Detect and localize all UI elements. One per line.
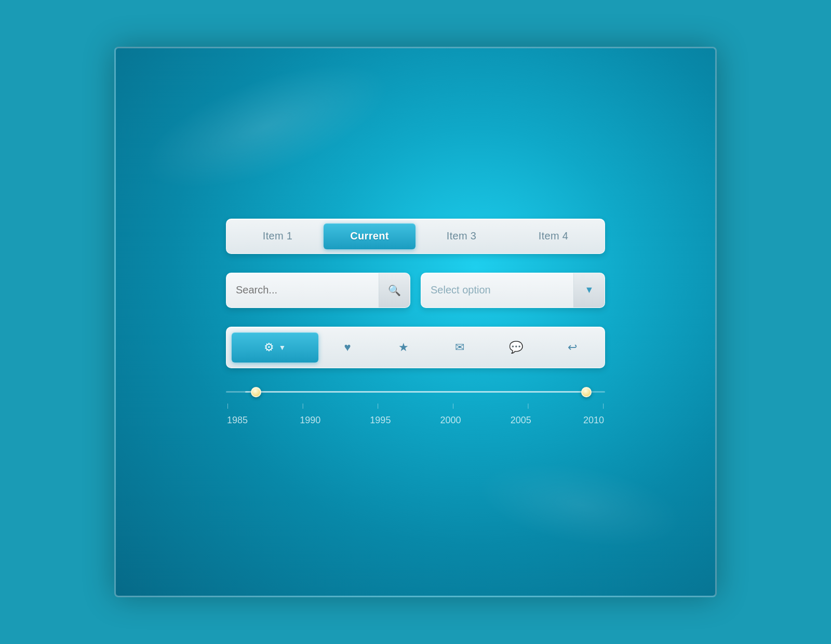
year-2010: 2010 bbox=[578, 415, 604, 426]
range-slider-section: | | | | | | 1985 1990 1995 2000 2005 201… bbox=[226, 387, 605, 426]
tick-4: | bbox=[452, 403, 454, 409]
star-icon: ★ bbox=[398, 341, 409, 354]
slider-labels: 1985 1990 1995 2000 2005 2010 bbox=[226, 415, 605, 426]
tick-3: | bbox=[377, 403, 379, 409]
tick-6: | bbox=[602, 403, 604, 409]
year-2005: 2005 bbox=[508, 415, 534, 426]
year-1990: 1990 bbox=[297, 415, 323, 426]
settings-button[interactable]: ⚙ ▼ bbox=[232, 332, 318, 363]
star-button[interactable]: ★ bbox=[377, 332, 431, 363]
year-2000: 2000 bbox=[438, 415, 464, 426]
reply-icon: ↩ bbox=[568, 341, 577, 354]
year-1995: 1995 bbox=[367, 415, 393, 426]
chat-button[interactable]: 💬 bbox=[489, 332, 543, 363]
icon-toolbar: ⚙ ▼ ♥ ★ ✉ 💬 ↩ bbox=[226, 327, 605, 368]
slider-track-container bbox=[226, 387, 605, 397]
heart-icon: ♥ bbox=[344, 341, 351, 354]
select-label: Select option bbox=[421, 284, 573, 296]
year-1985: 1985 bbox=[227, 415, 253, 426]
mail-button[interactable]: ✉ bbox=[433, 332, 487, 363]
tick-2: | bbox=[302, 403, 304, 409]
gear-icon: ⚙ bbox=[264, 341, 274, 354]
slider-track bbox=[226, 391, 605, 393]
select-arrow-icon: ▼ bbox=[573, 273, 605, 307]
input-row: 🔍 Select option ▼ bbox=[226, 273, 605, 308]
mail-icon: ✉ bbox=[455, 341, 464, 354]
tick-5: | bbox=[528, 403, 529, 409]
search-input[interactable] bbox=[226, 273, 379, 307]
tab-item-1[interactable]: Item 1 bbox=[232, 223, 324, 249]
tab-item-2-active[interactable]: Current bbox=[324, 223, 416, 249]
tick-1: | bbox=[227, 403, 229, 409]
heart-button[interactable]: ♥ bbox=[320, 332, 374, 363]
main-frame: Item 1 Current Item 3 Item 4 🔍 Select op… bbox=[114, 47, 717, 597]
tab-item-4[interactable]: Item 4 bbox=[507, 223, 599, 249]
search-icon: 🔍 bbox=[388, 284, 401, 297]
chevron-down-icon: ▼ bbox=[278, 343, 286, 352]
slider-thumb-left[interactable] bbox=[251, 387, 261, 397]
slider-tick-row: | | | | | | bbox=[226, 403, 605, 409]
search-box: 🔍 bbox=[226, 273, 410, 308]
tab-bar: Item 1 Current Item 3 Item 4 bbox=[226, 219, 605, 254]
search-button[interactable]: 🔍 bbox=[379, 273, 410, 307]
chevron-down-icon: ▼ bbox=[585, 285, 594, 296]
reply-button[interactable]: ↩ bbox=[545, 332, 599, 363]
chat-icon: 💬 bbox=[509, 341, 523, 354]
slider-thumb-right[interactable] bbox=[581, 387, 592, 397]
tab-item-3[interactable]: Item 3 bbox=[416, 223, 507, 249]
select-dropdown[interactable]: Select option ▼ bbox=[421, 273, 605, 308]
